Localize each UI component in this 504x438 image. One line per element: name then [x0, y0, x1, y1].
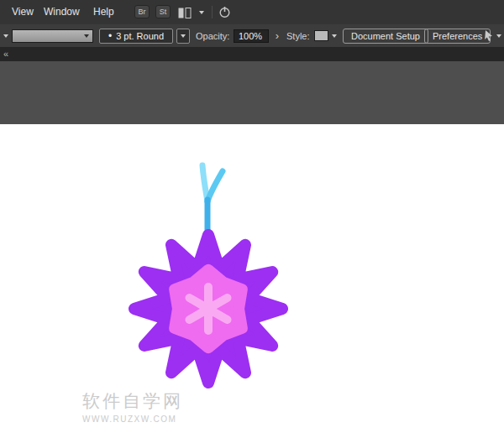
menu-item-window[interactable]: Window — [44, 0, 80, 24]
preferences-button[interactable]: Preferences — [424, 29, 491, 44]
document-tab-strip: « — [0, 48, 504, 61]
control-bar: • 3 pt. Round Opacity: 100% › Style: Doc… — [0, 24, 504, 48]
brush-chevron-button[interactable] — [176, 29, 190, 44]
control-bar-chevron-icon[interactable] — [3, 34, 8, 38]
select-similar-button[interactable] — [483, 29, 501, 42]
style-swatch[interactable] — [314, 30, 328, 41]
brush-definition-label: 3 pt. Round — [116, 31, 164, 41]
menu-item-view[interactable]: View — [12, 0, 34, 24]
arrange-documents-icon[interactable] — [178, 7, 192, 22]
style-label: Style: — [286, 24, 310, 48]
document-setup-button[interactable]: Document Setup — [343, 29, 428, 44]
brush-definition-field[interactable]: • 3 pt. Round — [99, 29, 173, 44]
watermark-line2: WWW.RUZXW.COM — [82, 415, 183, 424]
menu-bar: View Window Help Br St — [0, 0, 504, 24]
menu-item-help[interactable]: Help — [93, 0, 114, 24]
style-chevron-button[interactable] — [332, 34, 337, 38]
artboard-canvas[interactable]: 软件自学网 WWW.RUZXW.COM — [0, 124, 504, 438]
opacity-panel-button[interactable]: › — [272, 29, 282, 44]
illustrator-window: View Window Help Br St • 3 pt. Round — [0, 0, 504, 438]
opacity-input[interactable]: 100% — [234, 29, 269, 43]
bridge-button[interactable]: Br — [134, 5, 150, 18]
pasteboard — [0, 61, 504, 124]
chevron-down-icon — [84, 34, 89, 38]
tab-overflow-icon[interactable]: « — [3, 48, 8, 61]
width-profile-dropdown[interactable] — [12, 29, 93, 43]
brush-preview-dot: • — [108, 32, 112, 40]
watermark-line1: 软件自学网 — [82, 389, 183, 413]
watermark: 软件自学网 WWW.RUZXW.COM — [82, 389, 183, 424]
chevron-down-icon — [496, 34, 501, 38]
stock-button[interactable]: St — [155, 5, 171, 18]
chevron-down-icon[interactable] — [199, 11, 204, 14]
pointer-icon — [483, 29, 495, 42]
branch-right-path[interactable] — [207, 171, 223, 201]
power-icon[interactable] — [218, 6, 231, 22]
chevron-down-icon — [181, 34, 186, 38]
flower-artwork — [0, 124, 504, 438]
opacity-label: Opacity: — [196, 24, 229, 48]
menubar-separator — [212, 6, 213, 18]
